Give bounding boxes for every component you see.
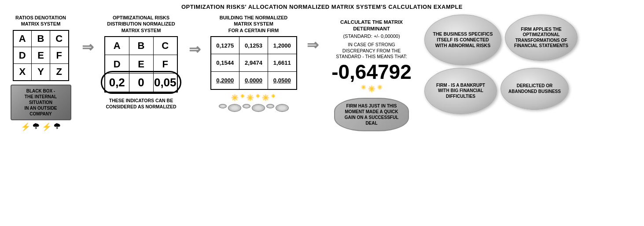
black-box-label: BLACK BOX - THE INTERNAL SITUATION IN AN… (11, 85, 71, 120)
opt-005: 0,05 (153, 74, 177, 92)
disc-decorations (207, 104, 300, 112)
storm-decorations: ⚡ 🌩 ⚡ 🌩 (21, 122, 61, 132)
det-standard: (STANDARD: +/- 0,00000) (343, 33, 400, 39)
sun-icon-5: ✳ (262, 93, 269, 103)
det-sparkles: ✳ ✳ ✳ (361, 84, 383, 94)
storm-icon-3: ⚡ (42, 122, 52, 132)
content-area: RATIOS DENOTATION MATRIX SYSTEM A B C D … (0, 10, 644, 132)
page-title: OPTIMIZATION RISKS' ALLOCATION NORMALIZE… (0, 0, 644, 10)
section-optimizational: OPTIMIZATIONAL RISKS DISTRIBUTION NORMAL… (98, 15, 184, 110)
cell-z: Z (50, 64, 69, 81)
cell-a: A (13, 30, 32, 47)
val-00500: 0,0500 (268, 72, 297, 89)
optimizational-matrix: A B C D E F 0,2 0 0,05 (104, 36, 178, 93)
sun-icon-6: ✦ (271, 93, 276, 103)
det-discrepancy: IN CASE OF STRONG DISCREPANCY FROM THE S… (336, 42, 407, 60)
opt-f: F (153, 55, 177, 74)
double-arrow-icon-1: ⇒ (82, 39, 94, 56)
disc-4 (252, 104, 265, 112)
opt-c: C (153, 37, 177, 55)
cell-y: Y (32, 64, 50, 81)
val-01275: 0,1275 (211, 37, 239, 54)
section-firm-matrix: BUILDING THE NORMALIZED MATRIX SYSTEM FO… (205, 15, 302, 112)
section-ratios: RATIOS DENOTATION MATRIX SYSTEM A B C D … (4, 15, 77, 132)
deal-cloud: FIRM HAS JUST IN THIS MOMENT MADE A QUIC… (334, 98, 409, 131)
det-sparkle-2: ✳ (368, 84, 375, 94)
disc-3 (243, 104, 250, 108)
cloud-optimizational: FIRM APPLIES THE OPTIMIZATIONAL TRANSFOR… (505, 15, 578, 61)
det-value: -0,64792 (331, 62, 412, 82)
val-12000: 1,2000 (268, 37, 297, 54)
sun-icon-4: ✦ (255, 93, 261, 103)
cell-e: E (32, 47, 50, 64)
arrow-1: ⇒ (77, 15, 98, 56)
section2-title: OPTIMIZATIONAL RISKS DISTRIBUTION NORMAL… (107, 15, 175, 33)
arrow-2: ⇒ (184, 15, 205, 58)
sun-icon-2: ✦ (240, 93, 245, 103)
section-determinant: CALCULATE THE MATRIX DETERMINANT (STANDA… (323, 15, 420, 131)
cell-b: B (32, 30, 50, 47)
val-01544: 0,1544 (211, 54, 239, 72)
double-arrow-icon-3: ⇒ (307, 37, 319, 53)
cloud-row-top: THE BUSINESS SPECIFICS ITSELF IS CONNECT… (424, 15, 587, 65)
double-arrow-icon-2: ⇒ (189, 41, 201, 58)
cloud-abnormal-risks: THE BUSINESS SPECIFICS ITSELF IS CONNECT… (424, 15, 501, 65)
det-title: CALCULATE THE MATRIX DETERMINANT (340, 19, 403, 32)
opt-e: E (129, 55, 153, 74)
opt-b: B (129, 37, 153, 55)
sun-icon-3: ✳ (247, 93, 254, 103)
ratios-matrix: A B C D E F X Y Z (13, 30, 69, 81)
disc-5 (266, 104, 274, 108)
cloud-derelicted: DERELICTED OR ABANDONED BUSINESS (500, 68, 569, 110)
storm-icon-2: 🌩 (32, 122, 40, 132)
cloud-bankrupt: FIRM - IS A BANKRUPT WITH BIG FINANCIAL … (424, 68, 497, 114)
storm-icon-1: ⚡ (21, 122, 30, 132)
cell-f: F (50, 47, 69, 64)
opt-d: D (105, 55, 129, 74)
cell-d: D (13, 47, 32, 64)
val-01253: 0,1253 (239, 37, 268, 54)
cloud-row-bottom: FIRM - IS A BANKRUPT WITH BIG FINANCIAL … (424, 68, 587, 114)
opt-02: 0,2 (105, 74, 129, 92)
cell-c: C (50, 30, 69, 47)
storm-icon-4: 🌩 (53, 122, 61, 132)
disc-2 (228, 104, 241, 112)
normalized-label: THESE INDICATORS CAN BE CONSIDERED AS NO… (106, 98, 176, 110)
sun-icon-1: ✳ (231, 93, 239, 103)
sparkle-decorations: ✳ ✦ ✳ ✦ ✳ ✦ (207, 93, 300, 103)
det-sparkle-3: ✳ (377, 84, 383, 94)
disc-1 (219, 104, 227, 108)
val-29474: 2,9474 (239, 54, 268, 72)
val-02000: 0,2000 (211, 72, 239, 89)
optimizational-matrix-wrapper: A B C D E F 0,2 0 0,05 (104, 36, 178, 93)
val-00000: 0,0000 (239, 72, 268, 89)
disc-6 (276, 104, 289, 112)
opt-0: 0 (129, 74, 153, 92)
cell-x: X (13, 64, 32, 81)
val-16611: 1,6611 (268, 54, 297, 72)
firm-matrix: 0,1275 0,1253 1,2000 0,1544 2,9474 1,661… (210, 36, 297, 90)
det-sparkle-1: ✳ (361, 84, 366, 94)
section1-title: RATIOS DENOTATION MATRIX SYSTEM (15, 15, 66, 27)
arrow-3: ⇒ (302, 15, 323, 53)
opt-a: A (105, 37, 129, 55)
section3-title: BUILDING THE NORMALIZED MATRIX SYSTEM FO… (220, 15, 288, 33)
section-clouds: THE BUSINESS SPECIFICS ITSELF IS CONNECT… (420, 15, 587, 117)
